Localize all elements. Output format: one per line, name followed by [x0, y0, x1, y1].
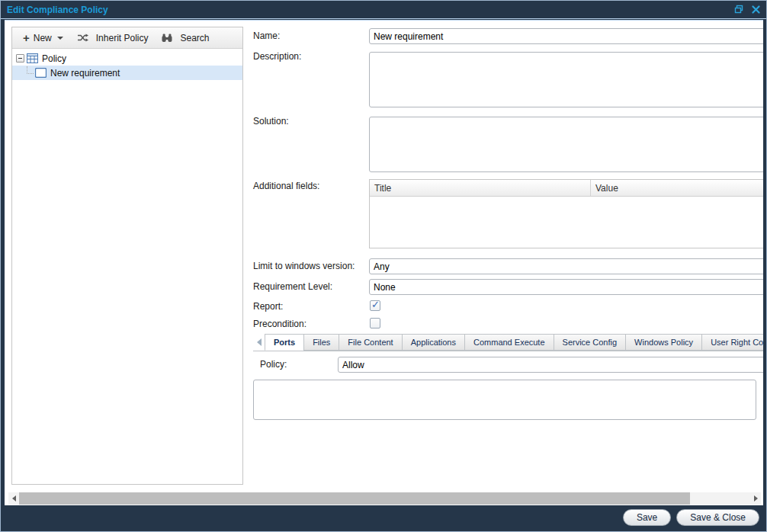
tree-elbow-connector	[27, 66, 34, 74]
window-title: Edit Compliance Policy	[1, 5, 108, 15]
precondition-checkbox[interactable]	[370, 318, 380, 328]
policy-tree: Policy New requirement	[12, 49, 242, 80]
window-controls	[733, 4, 761, 14]
solution-label: Solution:	[253, 116, 289, 127]
search-label: Search	[180, 33, 209, 43]
tab-scroll-left-icon[interactable]	[253, 334, 265, 351]
name-input[interactable]	[369, 28, 763, 44]
column-header-title[interactable]: Title	[370, 180, 591, 196]
scrollbar-thumb[interactable]	[19, 492, 690, 505]
tree-node-label: Policy	[42, 53, 66, 64]
description-label: Description:	[253, 51, 301, 62]
tree-node-policy[interactable]: Policy	[12, 51, 242, 66]
chevron-down-icon	[57, 37, 63, 40]
report-label: Report:	[253, 301, 283, 312]
column-header-value[interactable]: Value	[591, 180, 763, 196]
dialog-content: + New Inherit Policy	[5, 20, 763, 505]
tab-applications[interactable]: Applications	[402, 334, 465, 351]
precondition-label: Precondition:	[253, 319, 306, 329]
requirement-tabstrip: Ports Files File Content Applications Co…	[253, 334, 763, 351]
tab-file-content[interactable]: File Content	[339, 334, 402, 351]
tree-node-label: New requirement	[50, 68, 120, 79]
tab-user-right-constraint[interactable]: User Right Constraint	[701, 334, 763, 351]
additional-fields-table: Title Value	[369, 179, 763, 248]
tab-command-execute[interactable]: Command Execute	[464, 334, 554, 351]
close-icon[interactable]	[750, 4, 761, 14]
policy-tree-panel: + New Inherit Policy	[11, 27, 243, 485]
ports-details-textarea[interactable]	[253, 380, 756, 420]
edit-compliance-policy-window: Edit Compliance Policy + New	[0, 0, 767, 532]
additional-fields-header: Title Value	[370, 180, 763, 197]
save-button[interactable]: Save	[623, 509, 671, 526]
restore-icon[interactable]	[733, 4, 744, 14]
requirement-box-icon	[35, 68, 47, 78]
tree-toolbar: + New Inherit Policy	[12, 27, 242, 49]
solution-textarea[interactable]	[369, 117, 763, 172]
scrollbar-track[interactable]	[19, 492, 750, 505]
new-button[interactable]: + New	[17, 30, 69, 46]
requirement-level-combo[interactable]	[369, 279, 763, 295]
policy-label: Policy:	[260, 359, 287, 370]
save-and-close-button[interactable]: Save & Close	[676, 509, 759, 526]
new-button-label: New	[34, 33, 52, 43]
description-textarea[interactable]	[369, 52, 763, 107]
plus-icon: +	[23, 34, 30, 42]
tab-files[interactable]: Files	[303, 334, 339, 351]
collapse-icon[interactable]	[16, 54, 24, 62]
search-button[interactable]: Search	[156, 30, 215, 46]
tree-node-new-requirement[interactable]: New requirement	[12, 66, 242, 80]
scroll-right-icon[interactable]	[750, 492, 761, 505]
scroll-left-icon[interactable]	[8, 492, 19, 505]
additional-fields-label: Additional fields:	[253, 181, 319, 191]
inherit-policy-label: Inherit Policy	[96, 33, 149, 43]
tab-service-config[interactable]: Service Config	[554, 334, 627, 351]
titlebar: Edit Compliance Policy	[1, 1, 766, 19]
report-checkbox[interactable]	[370, 300, 380, 311]
inherit-policy-button[interactable]: Inherit Policy	[71, 30, 155, 46]
requirement-level-label: Requirement Level:	[253, 281, 332, 292]
tab-windows-policy[interactable]: Windows Policy	[625, 334, 702, 351]
limit-windows-label: Limit to windows version:	[253, 261, 355, 271]
search-icon	[162, 34, 172, 43]
inherit-shuffle-icon	[77, 34, 88, 42]
policy-combo[interactable]	[338, 357, 763, 373]
dialog-footer: Save Save & Close	[1, 504, 766, 531]
name-label: Name:	[253, 30, 280, 41]
limit-windows-combo[interactable]	[369, 258, 763, 274]
policy-table-icon	[27, 53, 38, 63]
horizontal-scrollbar	[8, 492, 761, 505]
tab-ports[interactable]: Ports	[265, 334, 304, 351]
